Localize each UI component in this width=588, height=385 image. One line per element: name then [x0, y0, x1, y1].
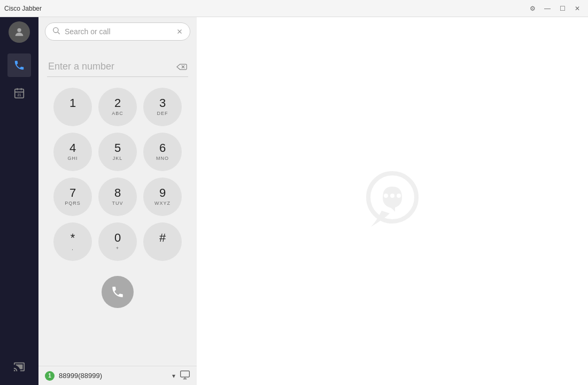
svg-point-0 — [17, 28, 21, 32]
dial-key-num-3: 4 — [69, 142, 76, 155]
dial-key-num-7: 8 — [114, 187, 121, 199]
search-clear-button[interactable] — [176, 28, 183, 35]
search-wrapper — [45, 22, 190, 41]
search-input[interactable] — [65, 27, 172, 36]
dial-key-num-0: 1 — [69, 97, 76, 110]
number-input-row — [47, 57, 188, 77]
dial-key-num-1: 2 — [114, 97, 121, 110]
dial-key-letters-7: TUV — [112, 201, 123, 207]
dialpad-area: 12ABC3DEF4GHI5JKL6MNO7PQRS8TUV9WXYZ*,0+# — [38, 46, 197, 366]
sidebar-item-calendar[interactable]: 21 — [7, 81, 31, 105]
dial-key-letters-1: ABC — [112, 111, 123, 117]
right-content-area — [197, 17, 588, 385]
dialpad-grid: 12ABC3DEF4GHI5JKL6MNO7PQRS8TUV9WXYZ*,0+# — [53, 88, 182, 261]
backspace-button[interactable] — [176, 61, 187, 72]
dial-key-num-6: 7 — [69, 187, 76, 199]
dial-key-letters-6: PQRS — [65, 201, 81, 207]
window-controls: ⚙ — ☐ ✕ — [526, 2, 584, 15]
dial-key-letters-8: WXYZ — [154, 201, 171, 207]
svg-point-15 — [384, 194, 388, 198]
status-bar: 1 88999(88999) ▾ — [38, 366, 197, 385]
svg-point-14 — [390, 194, 394, 198]
app-title: Cisco Jabber — [4, 5, 42, 12]
dial-key-4[interactable]: 4GHI — [53, 133, 92, 171]
dial-key-letters-10: + — [116, 245, 119, 252]
dial-key-num-10: 0 — [114, 232, 121, 244]
dial-key-letters-9: , — [72, 245, 74, 252]
dial-key-1[interactable]: 1 — [53, 88, 92, 126]
title-bar: Cisco Jabber ⚙ — ☐ ✕ — [0, 0, 588, 17]
main-panel: 12ABC3DEF4GHI5JKL6MNO7PQRS8TUV9WXYZ*,0+#… — [38, 17, 197, 385]
svg-text:21: 21 — [17, 93, 21, 97]
svg-point-6 — [53, 28, 58, 33]
dial-key-num-5: 6 — [159, 142, 166, 155]
status-dropdown-button[interactable]: ▾ — [172, 372, 175, 380]
dial-key-letters-5: MNO — [156, 156, 169, 162]
svg-rect-12 — [181, 371, 190, 377]
dial-key-5[interactable]: 5JKL — [98, 133, 137, 171]
sidebar-item-cast[interactable] — [7, 355, 31, 379]
dial-key-*[interactable]: *, — [53, 222, 92, 261]
dial-key-9[interactable]: 9WXYZ — [143, 178, 182, 216]
dial-key-num-8: 9 — [159, 187, 166, 199]
dial-key-num-2: 3 — [159, 97, 166, 110]
call-button[interactable] — [102, 276, 134, 308]
monitor-icon[interactable] — [180, 369, 190, 382]
dial-key-num-9: * — [71, 232, 75, 244]
jabber-logo-watermark — [360, 168, 424, 234]
maximize-button[interactable]: ☐ — [556, 2, 569, 15]
svg-point-16 — [397, 194, 401, 198]
dial-key-3[interactable]: 3DEF — [143, 88, 182, 126]
dial-key-0[interactable]: 0+ — [98, 222, 137, 261]
dial-key-2[interactable]: 2ABC — [98, 88, 137, 126]
dial-key-6[interactable]: 6MNO — [143, 133, 182, 171]
sidebar-bottom — [7, 353, 31, 381]
close-button[interactable]: ✕ — [571, 2, 584, 15]
number-input[interactable] — [48, 61, 172, 72]
avatar[interactable] — [9, 21, 30, 43]
search-bar — [38, 17, 197, 46]
settings-button[interactable]: ⚙ — [526, 2, 539, 15]
dial-key-letters-4: JKL — [113, 156, 123, 162]
dial-key-num-11: # — [159, 232, 166, 244]
dial-key-7[interactable]: 7PQRS — [53, 178, 92, 216]
sidebar: 21 — [0, 17, 38, 385]
search-icon — [52, 26, 60, 37]
status-indicator: 1 — [45, 371, 55, 381]
dial-key-letters-3: GHI — [67, 156, 78, 162]
minimize-button[interactable]: — — [541, 2, 554, 15]
dial-key-8[interactable]: 8TUV — [98, 178, 137, 216]
dial-key-num-4: 5 — [114, 142, 121, 155]
svg-line-7 — [58, 32, 60, 34]
sidebar-item-calls[interactable] — [7, 53, 31, 77]
dial-key-letters-2: DEF — [157, 111, 168, 117]
status-number: 88999(88999) — [59, 372, 168, 380]
dial-key-#[interactable]: # — [143, 222, 182, 261]
